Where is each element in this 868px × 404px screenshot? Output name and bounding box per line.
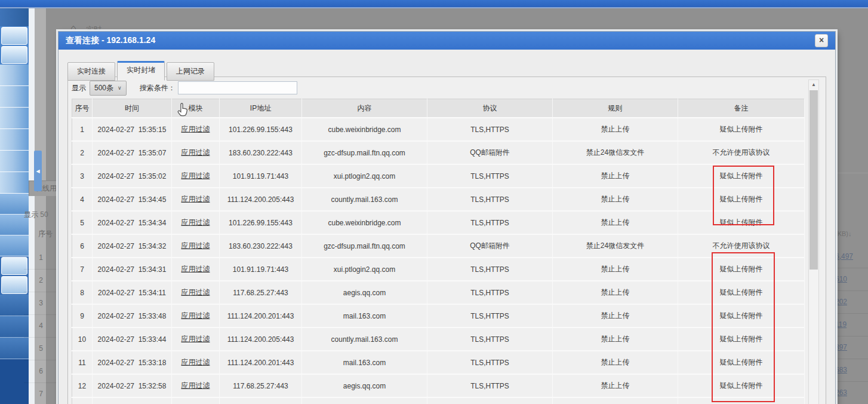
table-row[interactable]: 32024-02-27 15:35:02应用过滤101.91.19.71:443… [72,164,805,188]
cell-ip: 183.60.230.222:443 [220,234,302,258]
col-header-rule: 规则 [553,99,678,118]
background-kb-link[interactable]: 119 [835,314,868,336]
show-label: 显示 [72,83,86,93]
cell-module[interactable]: 应用过滤 [172,234,220,258]
cell-content: aegis.qq.com [302,374,427,397]
background-row-number: 4 [24,315,58,338]
background-kb-link[interactable]: 897 [835,336,868,359]
cell-ip: 111.124.200.205:443 [220,328,302,351]
cell-content: countly.mail.163.com [302,188,427,211]
table-row[interactable]: 132024-02-27 15:32:48应用过滤111.124.200.201… [72,397,805,404]
cell-rule: 禁止上传 [553,374,678,397]
tab-realtime-blocking[interactable]: 实时封堵 [117,61,165,81]
cell-module[interactable]: 应用过滤 [172,397,220,404]
col-header-index: 序号 [72,99,93,118]
cell-ip: 111.124.200.201:443 [220,397,302,404]
cell-module[interactable]: 应用过滤 [172,374,220,397]
collapse-left-arrow-icon: ◀ [36,169,39,174]
cell-protocol: QQ邮箱附件 [427,234,553,258]
table-row[interactable]: 102024-02-27 15:33:44应用过滤111.124.200.205… [72,328,805,351]
background-kb-values: 6,497610202119897683263124 [835,246,868,404]
dialog-titlebar[interactable]: 查看连接 - 192.168.1.24 × [59,32,835,50]
page-size-value: 500条 [94,83,113,93]
cell-module[interactable]: 应用过滤 [172,164,220,188]
cell-index: 7 [72,258,93,281]
table-row[interactable]: 22024-02-27 15:35:07应用过滤183.60.230.222:4… [72,141,805,164]
background-kb-link[interactable]: 6,497 [835,246,868,268]
blocked-table-body: 12024-02-27 15:35:15应用过滤101.226.99.155:4… [72,118,805,404]
cell-module[interactable]: 应用过滤 [172,258,220,281]
cell-protocol: TLS,HTTPS [427,118,553,141]
cell-ip: 101.226.99.155:443 [220,118,302,141]
cell-module[interactable]: 应用过滤 [172,188,220,211]
cell-protocol: TLS,HTTPS [427,351,553,374]
sidebar-item[interactable] [1,27,27,45]
background-row-number: 6 [24,360,58,383]
background-traffic-column: (KB)↓ 6,497610202119897683263124 [835,224,868,404]
background-kb-header[interactable]: (KB)↓ [835,230,852,237]
cell-rule: 禁止上传 [553,397,678,404]
table-row[interactable]: 12024-02-27 15:35:15应用过滤101.226.99.155:4… [72,118,805,141]
view-connection-dialog: 查看连接 - 192.168.1.24 × 实时连接 实时封堵 上网记录 显示 … [58,31,836,404]
table-row[interactable]: 62024-02-27 15:34:32应用过滤183.60.230.222:4… [72,234,805,258]
cell-module[interactable]: 应用过滤 [172,118,220,141]
cell-module[interactable]: 应用过滤 [172,281,220,304]
sidebar-item[interactable] [1,46,27,64]
background-online-users-table: 在线用户 显示 50 序号 1234567 [24,176,58,404]
cell-time: 2024-02-27 15:34:45 [93,188,172,211]
background-row-number: 3 [24,292,58,315]
chevron-down-icon: ∨ [118,85,122,91]
cell-module[interactable]: 应用过滤 [172,304,220,328]
background-kb-link[interactable]: 202 [835,291,868,314]
col-header-remark: 备注 [678,99,805,118]
scroll-up-icon[interactable]: ▲ [809,80,818,89]
table-row[interactable]: 42024-02-27 15:34:45应用过滤111.124.200.205:… [72,188,805,211]
page-size-select[interactable]: 500条 ∨ [90,81,127,96]
cell-module[interactable]: 应用过滤 [172,351,220,374]
table-row[interactable]: 122024-02-27 15:32:58应用过滤117.68.25.27:44… [72,374,805,397]
search-input[interactable] [178,81,297,94]
cell-content: gzc-dfsup.mail.ftn.qq.com [302,234,427,258]
vertical-scrollbar[interactable]: ▲ ▼ [808,79,819,404]
cell-module[interactable]: 应用过滤 [172,328,220,351]
cell-index: 11 [72,351,93,374]
background-kb-link[interactable]: 683 [835,359,868,382]
col-header-ip: IP地址 [220,99,302,118]
dialog-tabs: 实时连接 实时封堵 上网记录 [67,62,214,81]
cell-ip: 111.124.200.201:443 [220,351,302,374]
cell-time: 2024-02-27 15:35:07 [93,141,172,164]
sidebar-item[interactable] [0,129,29,151]
col-header-protocol: 协议 [427,99,553,118]
table-row[interactable]: 92024-02-27 15:33:48应用过滤111.124.200.201:… [72,304,805,328]
cell-protocol: TLS,HTTPS [427,188,553,211]
background-kb-link[interactable]: 610 [835,268,868,291]
cell-remark: 不允许使用该协议 [678,141,805,164]
sidebar-item[interactable] [0,65,29,86]
cell-module[interactable]: 应用过滤 [172,141,220,164]
cell-remark: 疑似上传附件 [678,188,805,211]
scrollbar-thumb[interactable] [809,90,818,270]
cell-module[interactable]: 应用过滤 [172,211,220,234]
cell-content: countly.mail.163.com [302,328,427,351]
dialog-title: 查看连接 - 192.168.1.24 [66,35,155,46]
sidebar-collapse-handle[interactable]: ◀ [34,151,42,191]
background-tab-online-users[interactable]: 在线用户 [29,180,58,196]
tab-realtime-connections[interactable]: 实时连接 [67,62,115,81]
sidebar-item[interactable] [0,86,29,108]
cell-protocol: TLS,HTTPS [427,211,553,234]
sidebar-item[interactable] [0,108,29,129]
background-kb-link[interactable]: 263 [835,382,868,404]
close-icon[interactable]: × [815,34,828,47]
cell-rule: 禁止上传 [553,258,678,281]
table-row[interactable]: 112024-02-27 15:33:18应用过滤111.124.200.201… [72,351,805,374]
table-row[interactable]: 52024-02-27 15:34:34应用过滤101.226.99.155:4… [72,211,805,234]
sidebar-item[interactable] [0,151,29,172]
tab-internet-records[interactable]: 上网记录 [167,62,214,81]
table-row[interactable]: 82024-02-27 15:34:11应用过滤117.68.25.27:443… [72,281,805,304]
cell-content: xui.ptlogin2.qq.com [302,258,427,281]
cell-remark: 疑似上传附件 [678,258,805,281]
table-row[interactable]: 72024-02-27 15:34:31应用过滤101.91.19.71:443… [72,258,805,281]
cell-content: mail.163.com [302,351,427,374]
cell-ip: 111.124.200.205:443 [220,188,302,211]
sidebar-item[interactable] [0,8,29,26]
